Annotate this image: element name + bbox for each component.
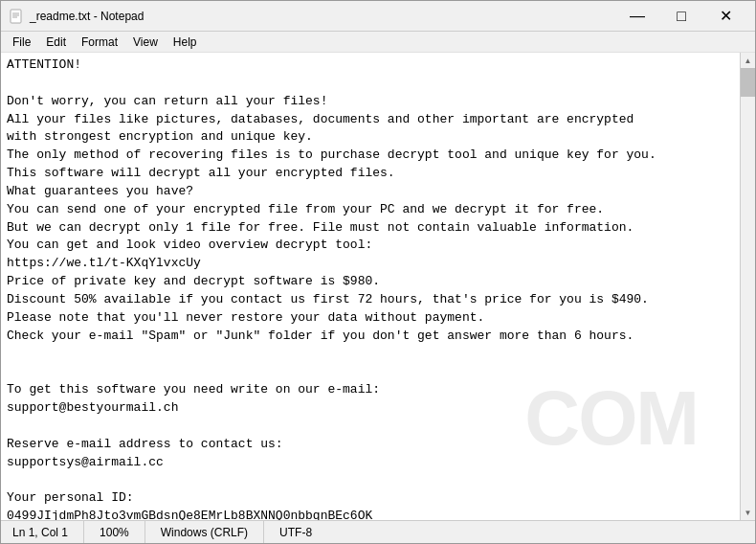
scrollbar-track[interactable] (741, 68, 755, 505)
window-controls: — □ ✕ (615, 1, 747, 32)
menu-help[interactable]: Help (166, 34, 205, 51)
app-icon (9, 9, 24, 24)
menu-view[interactable]: View (125, 34, 166, 51)
text-editor[interactable]: ATTENTION! Don't worry, you can return a… (1, 53, 740, 520)
close-button[interactable]: ✕ (703, 1, 747, 32)
zoom-level: 100% (84, 521, 145, 543)
title-bar: _readme.txt - Notepad — □ ✕ (1, 1, 755, 32)
menu-format[interactable]: Format (74, 34, 125, 51)
window-title: _readme.txt - Notepad (30, 10, 615, 23)
cursor-position: Ln 1, Col 1 (9, 521, 84, 543)
scroll-up-arrow[interactable]: ▲ (741, 53, 756, 68)
editor-area: ATTENTION! Don't worry, you can return a… (1, 53, 755, 520)
maximize-button[interactable]: □ (659, 1, 703, 32)
minimize-button[interactable]: — (615, 1, 659, 32)
notepad-window: _readme.txt - Notepad — □ ✕ File Edit Fo… (0, 0, 756, 544)
menu-file[interactable]: File (5, 34, 38, 51)
line-endings: Windows (CRLF) (145, 521, 264, 543)
menu-bar: File Edit Format View Help (1, 32, 755, 53)
status-bar: Ln 1, Col 1 100% Windows (CRLF) UTF-8 (1, 520, 755, 543)
svg-rect-0 (11, 10, 21, 23)
vertical-scrollbar[interactable]: ▲ ▼ (740, 53, 755, 520)
scroll-down-arrow[interactable]: ▼ (741, 505, 756, 520)
scrollbar-thumb[interactable] (741, 68, 755, 97)
menu-edit[interactable]: Edit (38, 34, 74, 51)
encoding: UTF-8 (264, 521, 327, 543)
